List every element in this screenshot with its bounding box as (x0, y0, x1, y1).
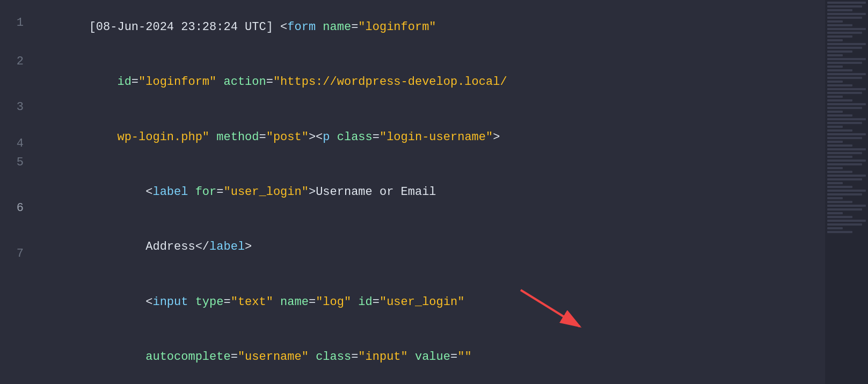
minimap-line (827, 69, 852, 71)
minimap-line (827, 137, 862, 139)
minimap-line (827, 62, 862, 64)
token-attr: value (415, 350, 450, 364)
minimap-line (827, 13, 866, 15)
token-attr: name (280, 295, 309, 309)
token-tag: label (152, 185, 188, 199)
minimap-line (827, 24, 852, 26)
minimap-line (827, 50, 852, 53)
token-indent (89, 185, 146, 199)
line-number-3: 3 (17, 80, 24, 135)
token-attr: for (195, 185, 217, 199)
minimap-line (827, 35, 852, 38)
line-number-1: 1 (17, 2, 24, 44)
minimap-line (827, 197, 843, 199)
minimap-line (827, 126, 843, 128)
token-text (309, 350, 316, 364)
token-eq: = (351, 350, 358, 364)
minimap-line (827, 167, 843, 169)
minimap-line (827, 81, 843, 83)
minimap-line (827, 171, 852, 173)
minimap-line (827, 32, 862, 34)
token-bracket: > (245, 240, 252, 253)
line-number-2: 2 (17, 44, 24, 80)
token-string: "https://wordpress-develop.local/ (273, 75, 507, 89)
code-line-2a: <label for="user_login">Username or Emai… (32, 165, 825, 220)
minimap-line (827, 178, 862, 180)
token-bracket: > (309, 185, 316, 199)
token-text (330, 131, 337, 144)
minimap-line (827, 205, 866, 207)
line-number-6: 6 (17, 172, 24, 245)
minimap-line (827, 133, 866, 135)
minimap-line (827, 103, 866, 105)
minimap-line (827, 141, 843, 143)
token-tag: input (152, 295, 188, 309)
code-area: [08-Jun-2024 23:28:24 UTC] <form name="l… (32, 0, 825, 384)
token-attr: method (216, 131, 259, 144)
minimap-line (827, 144, 852, 147)
token-eq: = (259, 131, 266, 144)
token-text (351, 295, 358, 309)
minimap-line (827, 223, 862, 226)
minimap-line (827, 43, 866, 45)
token-text (209, 131, 216, 144)
minimap-line (827, 122, 862, 124)
minimap-line (827, 160, 866, 162)
token-string: "" (457, 350, 471, 364)
minimap-line (827, 88, 866, 90)
minimap-line (827, 92, 862, 94)
minimap-line (827, 208, 862, 211)
minimap-line (827, 77, 862, 79)
token-eq: = (309, 295, 316, 309)
minimap-line (827, 175, 866, 177)
minimap-line (827, 193, 862, 195)
code-line-3b: autocomplete="username" class="input" va… (32, 330, 825, 384)
line-number-5: 5 (17, 154, 24, 172)
minimap-line (827, 28, 866, 30)
token-eq: = (373, 295, 380, 309)
minimap-line (827, 5, 862, 8)
token-text (188, 185, 195, 199)
token-bracket: < (280, 20, 287, 34)
code-line-1: [08-Jun-2024 23:28:24 UTC] <form name="l… (32, 0, 825, 55)
minimap-line (827, 96, 843, 98)
token-eq: = (216, 185, 223, 199)
line-number-4: 4 (17, 135, 24, 153)
token-string: "login-username" (380, 131, 493, 144)
token-string: "post" (266, 131, 309, 144)
minimap-line (827, 39, 843, 41)
code-line-1b: id="loginform" action="https://wordpress… (32, 55, 825, 110)
minimap-line (827, 66, 843, 68)
line-number-7: 7 (17, 245, 24, 263)
token-eq: = (223, 295, 230, 309)
token-text (216, 75, 223, 89)
minimap-line (827, 231, 852, 233)
token-string: wp-login.php" (117, 131, 209, 144)
minimap-line (827, 84, 852, 86)
token-string: "log" (316, 295, 351, 309)
token-string: "loginform" (138, 75, 216, 89)
token-string: "input" (358, 350, 407, 364)
token-string: "user_login" (380, 295, 464, 309)
token-attr: class (337, 131, 373, 144)
token-bracket: </ (195, 240, 209, 253)
token-bracket: < (145, 185, 152, 199)
token-indent (89, 240, 146, 253)
token-text (408, 350, 415, 364)
token-string: "loginform" (358, 20, 436, 34)
token-eq: = (373, 131, 380, 144)
minimap-line (827, 156, 852, 158)
minimap-line (827, 111, 843, 113)
token-tag: p (323, 131, 330, 144)
minimap-line (827, 17, 862, 19)
token-indent (89, 295, 146, 309)
token-attr: id (358, 295, 372, 309)
minimap-content (825, 0, 868, 384)
token-bracket: < (145, 295, 152, 309)
token-bracket: >< (309, 131, 323, 144)
token-bracket: > (493, 131, 500, 144)
minimap-line (827, 73, 866, 75)
minimap-line (827, 190, 866, 192)
minimap (825, 0, 868, 384)
token-text: Username or Email (316, 185, 436, 199)
